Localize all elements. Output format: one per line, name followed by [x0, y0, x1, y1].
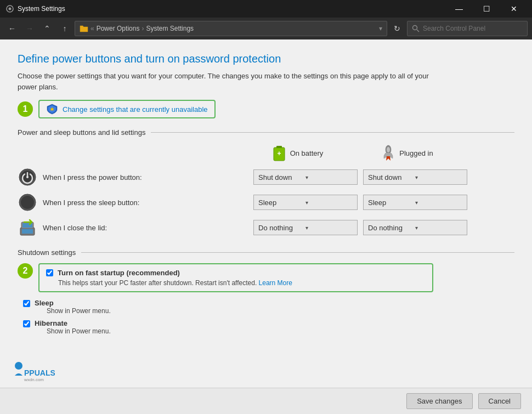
- sleep-button-battery-arrow: ▾: [305, 200, 353, 206]
- power-button-battery-arrow: ▾: [305, 174, 353, 180]
- breadcrumb-system-settings: System Settings: [146, 25, 194, 32]
- sleep-button-dropdowns: Sleep ▾ Sleep ▾: [253, 195, 467, 210]
- hibernate-checkbox[interactable]: [23, 320, 30, 327]
- sleep-checkbox[interactable]: [23, 300, 30, 307]
- svg-point-15: [21, 196, 34, 209]
- page-description: Choose the power settings that you want …: [18, 71, 445, 92]
- lid-dropdowns: Do nothing ▾ Do nothing ▾: [253, 220, 467, 235]
- hibernate-checkbox-row: Hibernate Show in Power menu.: [23, 319, 514, 335]
- close-button[interactable]: ✕: [501, 0, 527, 18]
- cancel-button[interactable]: Cancel: [478, 393, 521, 409]
- power-button-plugin-arrow: ▾: [415, 174, 462, 180]
- svg-text:wxdn.com: wxdn.com: [24, 377, 44, 382]
- lid-battery-dropdown[interactable]: Do nothing ▾: [253, 220, 358, 235]
- lid-plugin-dropdown[interactable]: Do nothing ▾: [363, 220, 467, 235]
- sleep-button-plugin-value: Sleep: [368, 199, 415, 207]
- plugin-icon: [381, 143, 396, 163]
- lid-label: When I close the lid:: [43, 224, 253, 232]
- refresh-button[interactable]: ↻: [389, 21, 405, 36]
- bottom-bar: Save changes Cancel: [0, 388, 532, 414]
- window-title: System Settings: [18, 5, 446, 13]
- svg-text:PPUALS: PPUALS: [24, 368, 55, 377]
- svg-point-10: [387, 147, 390, 152]
- sleep-button-label: When I press the sleep button:: [43, 199, 253, 207]
- battery-icon: +: [271, 143, 287, 163]
- lid-row: When I close the lid: Do nothing ▾ Do no…: [18, 218, 467, 237]
- hibernate-checkbox-label: Hibernate: [35, 319, 111, 327]
- back-button[interactable]: ←: [4, 21, 20, 36]
- sleep-button-battery-value: Sleep: [258, 199, 305, 207]
- sleep-checkbox-row: Sleep Show in Power menu.: [23, 299, 514, 315]
- sleep-checkbox-label: Sleep: [35, 299, 111, 307]
- search-icon: [412, 25, 420, 32]
- save-button[interactable]: Save changes: [406, 393, 472, 409]
- col-plugin-label: Plugged in: [399, 149, 433, 157]
- fast-startup-desc-text: This helps start your PC faster after sh…: [58, 279, 257, 287]
- fast-startup-label-text: Turn on fast startup (recommended): [58, 269, 180, 277]
- sleep-button-icon: [18, 192, 37, 212]
- fast-startup-label-row: Turn on fast startup (recommended): [46, 269, 426, 277]
- svg-text:+: +: [277, 150, 281, 157]
- breadcrumb-power-options[interactable]: Power Options: [97, 25, 140, 32]
- lid-plugin-arrow: ▾: [415, 225, 462, 231]
- power-button-label: When I press the power button:: [43, 173, 253, 182]
- power-button-icon: [18, 167, 37, 187]
- svg-point-3: [413, 26, 417, 30]
- change-settings-link[interactable]: Change settings that are currently unava…: [63, 105, 208, 114]
- breadcrumb-separator2: ›: [142, 25, 144, 32]
- minimize-button[interactable]: —: [446, 0, 472, 18]
- power-button-battery-dropdown[interactable]: Shut down ▾: [253, 169, 358, 185]
- step2-row: 2 Turn on fast startup (recommended) Thi…: [18, 263, 514, 292]
- svg-point-20: [15, 362, 22, 370]
- svg-point-13: [26, 176, 29, 178]
- window-controls: — ☐ ✕: [446, 0, 527, 18]
- search-input[interactable]: [423, 25, 511, 32]
- power-button-plugin-dropdown[interactable]: Shut down ▾: [363, 169, 467, 185]
- up-button[interactable]: ↑: [57, 21, 72, 36]
- section1-heading: Power and sleep buttons and lid settings: [18, 128, 514, 137]
- hibernate-checkbox-sublabel: Show in Power menu.: [47, 327, 111, 335]
- fast-startup-box: Turn on fast startup (recommended) This …: [38, 263, 433, 292]
- sleep-button-battery-dropdown[interactable]: Sleep ▾: [253, 195, 358, 210]
- section2-heading: Shutdown settings: [18, 248, 514, 257]
- lid-battery-arrow: ▾: [305, 225, 353, 231]
- shield-icon: [46, 103, 58, 115]
- sleep-button-row: When I press the sleep button: Sleep ▾ S…: [18, 192, 467, 212]
- change-settings-row: 1 Change settings that are currently una…: [18, 100, 514, 118]
- step-2-number: 2: [18, 263, 33, 279]
- svg-rect-7: [276, 146, 282, 148]
- svg-point-2: [9, 8, 12, 10]
- recent-locations-button[interactable]: ⌃: [39, 21, 55, 36]
- power-button-row: When I press the power button: Shut down…: [18, 167, 467, 187]
- svg-rect-17: [22, 229, 33, 234]
- nav-bar: ← → ⌃ ↑ « Power Options › System Setting…: [0, 18, 532, 39]
- step-1-number: 1: [18, 101, 33, 117]
- learn-more-link[interactable]: Learn More: [259, 279, 292, 287]
- app-icon: [5, 4, 14, 13]
- shutdown-section: Shutdown settings 2 Turn on fast startup…: [18, 248, 514, 335]
- col-battery-label: On battery: [290, 149, 324, 157]
- search-bar[interactable]: [407, 21, 528, 36]
- address-dropdown-arrow[interactable]: ▾: [379, 25, 382, 32]
- forward-button[interactable]: →: [22, 21, 37, 36]
- sleep-button-plugin-dropdown[interactable]: Sleep ▾: [363, 195, 467, 210]
- sleep-checkbox-sublabel: Show in Power menu.: [47, 307, 111, 315]
- change-settings-box: Change settings that are currently unava…: [38, 100, 216, 118]
- folder-icon: [80, 24, 88, 33]
- col-plugin-header: Plugged in: [352, 143, 462, 163]
- fast-startup-desc: This helps start your PC faster after sh…: [58, 279, 426, 287]
- sleep-button-plugin-arrow: ▾: [415, 200, 462, 206]
- power-table: + On battery Plugged in: [18, 143, 467, 237]
- fast-startup-checkbox[interactable]: [46, 269, 53, 276]
- col-battery-header: + On battery: [242, 143, 352, 163]
- maximize-button[interactable]: ☐: [474, 0, 499, 18]
- address-bar[interactable]: « Power Options › System Settings ▾: [75, 21, 387, 36]
- power-button-dropdowns: Shut down ▾ Shut down ▾: [253, 169, 467, 185]
- power-button-battery-value: Shut down: [258, 173, 305, 182]
- appuals-logo: PPUALS wxdn.com: [11, 360, 55, 384]
- breadcrumb-separator: «: [90, 25, 94, 32]
- power-button-plugin-value: Shut down: [368, 173, 415, 182]
- lid-plugin-value: Do nothing: [368, 224, 415, 232]
- lid-icon: [18, 218, 37, 237]
- title-bar: System Settings — ☐ ✕: [0, 0, 532, 18]
